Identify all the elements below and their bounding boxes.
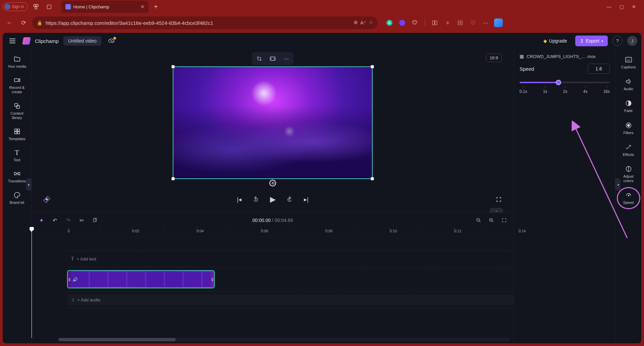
rotate-handle[interactable]: ⟲ [269,180,276,186]
resize-handle-bl[interactable] [171,177,175,180]
collections-icon[interactable] [456,18,465,27]
favorites-icon[interactable]: ✧ [443,18,452,27]
timeline-ruler[interactable]: 0 0:02 0:04 0:06 0:08 0:10 0:12 0:14 [32,228,514,237]
clip-trim-right[interactable]: || [211,271,214,288]
duplicate-button[interactable] [91,216,99,225]
more-options-button[interactable]: ⋯ [280,54,292,64]
resize-handle-br[interactable] [371,177,374,180]
app-logo-icon [22,37,31,45]
video-clip[interactable]: || 🔊 || [67,270,215,288]
play-button[interactable]: ▶ [268,194,278,205]
playhead[interactable] [32,228,32,338]
translate-icon[interactable]: A⁺ [360,20,366,26]
tab-favicon-icon [65,4,71,9]
speed-slider-thumb[interactable] [556,80,561,85]
split-screen-icon[interactable] [430,18,439,27]
rail-audio[interactable]: Audio [618,74,640,95]
sync-status-icon[interactable] [108,38,115,44]
rail-text[interactable]: T Text [5,146,29,165]
workspaces-icon[interactable] [31,1,41,12]
rail-transitions[interactable]: Transitions [5,167,29,186]
wand-icon [625,143,633,151]
speed-input[interactable] [588,64,610,74]
resize-handle-tr[interactable] [371,65,374,68]
clip-trim-left[interactable]: || [68,271,71,288]
timeline-tracks[interactable]: T + Add text || 🔊 || [32,237,514,338]
video-viewport[interactable]: ⟲ [173,66,373,179]
ext-grammarly-icon[interactable]: G [385,18,394,27]
rail-content-library[interactable]: Content library [5,99,29,123]
window-close-button[interactable]: ✕ [632,4,636,9]
rail-adjust-colors[interactable]: Adjust colors [618,162,640,186]
nav-back-button[interactable]: ← [4,17,15,28]
ext-purple-icon[interactable] [398,18,407,27]
rewind-5-button[interactable]: 5 [251,194,261,205]
resize-handle-tl[interactable] [171,65,175,68]
upgrade-button[interactable]: ◆ Upgrade [540,36,571,46]
skip-start-button[interactable]: |◂ [234,194,244,205]
tab-close-icon[interactable]: ✕ [141,4,145,9]
ai-button[interactable]: ✦ [42,194,52,205]
timeline-scroll-thumb[interactable] [58,338,176,341]
svg-rect-15 [14,132,16,134]
forward-5-button[interactable]: 5 [284,194,294,205]
rail-fade[interactable]: Fade [618,96,640,116]
new-tab-button[interactable]: + [154,3,158,11]
player-controls: ✦ |◂ 5 ▶ 5 ▸| [32,194,514,205]
audio-track[interactable]: ♫ + Add audio [67,291,514,308]
app-install-icon[interactable]: ⊞ [354,20,358,26]
ai-edit-button[interactable]: ✦ [37,216,46,225]
stage: ⋯ 16:9 ⟲ ✦ [32,49,514,213]
text-track[interactable]: T + Add text [67,250,514,267]
rail-captions[interactable]: CC Captions [618,52,640,73]
browser-tab[interactable]: Home | Clipchamp ✕ [61,1,149,13]
favorite-icon[interactable]: ☆ [369,20,373,26]
split-button[interactable]: ✂ [77,216,86,225]
rail-speed[interactable]: Speed [618,188,640,208]
nav-refresh-button[interactable]: ⟳ [18,17,29,28]
undo-button[interactable]: ↶ [50,216,59,225]
more-icon[interactable]: ⋯ [481,18,490,27]
help-button[interactable]: ? [612,36,623,46]
fullscreen-button[interactable] [494,194,504,205]
zoom-fit-button[interactable] [500,216,508,225]
user-avatar[interactable]: J [627,36,637,46]
project-title-button[interactable]: Untitled video [63,36,101,46]
svg-line-24 [479,221,480,222]
video-track[interactable]: || 🔊 || [67,269,514,289]
rail-brand-kit[interactable]: Brand kit [5,188,29,208]
redo-button[interactable]: ↷ [64,216,72,225]
copilot-icon[interactable] [494,18,503,27]
zoom-out-button[interactable] [474,216,483,225]
rail-effects[interactable]: Effects [618,140,640,160]
rail-your-media[interactable]: Your media [5,52,29,71]
ext-heart-icon[interactable]: ♡ [469,18,477,27]
export-button[interactable]: ↥ Export ▾ [575,36,608,46]
address-bar[interactable]: 🔒 https://app.clipchamp.com/editor/3a41c… [32,16,378,29]
svg-text:CC: CC [626,59,630,62]
menu-button[interactable] [7,35,18,47]
add-text-hint[interactable]: T + Add text [67,256,96,262]
extensions-icon[interactable] [411,18,419,27]
svg-rect-5 [435,21,437,25]
clipchamp-app: Clipchamp Untitled video ◆ Upgrade ↥ Exp… [3,33,641,343]
rail-filters[interactable]: Filters [618,118,640,138]
rail-expand-button[interactable]: ▸ [26,178,32,190]
crop-button[interactable] [253,54,265,64]
text-icon: T [71,256,74,262]
timeline-scrollbar[interactable] [58,338,510,341]
speed-slider[interactable] [520,78,610,86]
window-maximize-button[interactable]: ▢ [620,4,624,9]
skip-end-button[interactable]: ▸| [301,194,311,205]
rail-record-create[interactable]: Record & create [5,73,29,97]
zoom-in-button[interactable] [487,216,496,225]
aspect-ratio-button[interactable]: 16:9 [486,54,502,62]
clip-mute-icon[interactable]: 🔊 [72,277,78,282]
collapse-timeline-button[interactable]: ⌄ [490,208,503,213]
profile-sign-in[interactable]: Sign in [3,2,28,11]
rail-templates[interactable]: Templates [5,125,29,144]
tab-actions-icon[interactable] [44,1,55,12]
add-audio-hint[interactable]: ♫ + Add audio [67,297,101,302]
fit-button[interactable] [267,54,279,64]
window-minimize-button[interactable]: — [607,4,611,9]
